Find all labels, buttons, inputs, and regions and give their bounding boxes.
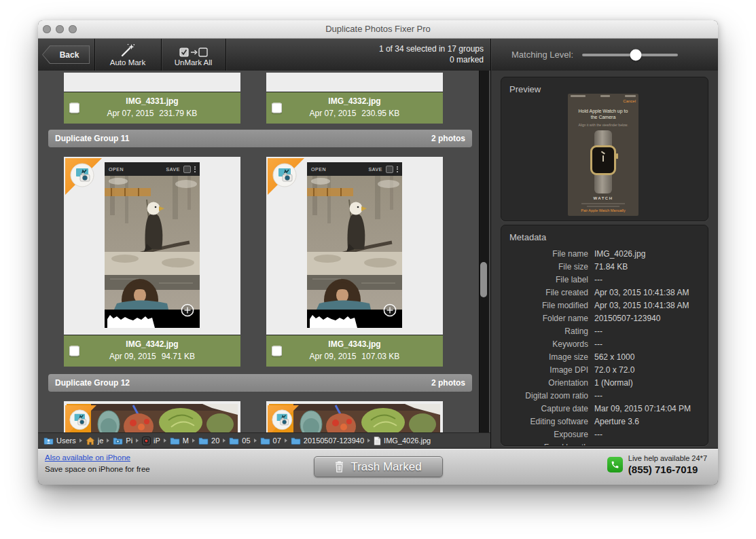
group-header: 2 photos Duplicate Group 11 xyxy=(48,130,472,147)
folder-icon xyxy=(229,436,239,445)
watch-face xyxy=(590,145,616,175)
breadcrumb-item[interactable]: Pi xyxy=(113,436,132,445)
photo-date: Apr 07, 2015 xyxy=(310,109,357,118)
live-help-phone-number: (855) 716-7019 xyxy=(628,464,707,475)
zoom-window-button[interactable] xyxy=(69,25,77,33)
phone-subtext: Align it with the viewfinder below. xyxy=(568,123,638,127)
pictures-folder-icon xyxy=(113,436,123,445)
metadata-row: Folder name20150507-123940 xyxy=(501,312,708,325)
photo-card-bottom xyxy=(64,73,240,92)
trash-marked-button[interactable]: Trash Marked xyxy=(314,456,443,477)
metadata-row: File size71.84 KB xyxy=(501,261,708,274)
unmark-all-button[interactable]: UnMark All xyxy=(161,39,226,71)
breadcrumb-item[interactable]: 20150507-123940 xyxy=(291,436,364,445)
minimize-window-button[interactable] xyxy=(56,25,64,33)
photo-cell[interactable]: OPEN SAVE xyxy=(266,157,443,367)
trash-marked-label: Trash Marked xyxy=(350,460,421,474)
plus-icon xyxy=(383,303,397,320)
metadata-row: File nameIMG_4026.jpg xyxy=(501,248,708,261)
photo-cell[interactable]: IMG_4331.jpg Apr 07, 2015 231.79 KB xyxy=(64,73,240,124)
photo-checkbox[interactable] xyxy=(272,103,282,113)
back-button[interactable]: Back xyxy=(42,45,90,64)
live-help-text: Live help available 24*7 xyxy=(628,454,707,462)
app-badge-icon xyxy=(65,405,96,432)
breadcrumb-separator-icon xyxy=(367,439,370,443)
plus-icon xyxy=(181,303,194,320)
home-icon xyxy=(86,436,95,445)
iphoto-library-icon xyxy=(142,436,151,445)
breadcrumb-separator-icon xyxy=(107,439,109,443)
overlay-export-icon xyxy=(386,166,393,173)
breadcrumb-item[interactable]: iP xyxy=(142,436,160,445)
photo-date: Apr 09, 2015 xyxy=(310,352,357,361)
trash-icon xyxy=(334,461,344,472)
photo-cell[interactable] xyxy=(266,401,443,432)
group-title: Duplicate Group 12 xyxy=(55,378,130,388)
phone-icon xyxy=(607,457,623,472)
bottom-bar: Also available on iPhone Save space on i… xyxy=(38,448,718,485)
photo-filename: IMG_4342.jpg xyxy=(64,335,240,349)
breadcrumb-item[interactable]: M xyxy=(170,436,189,445)
overlay-export-icon xyxy=(183,166,191,173)
breadcrumb-item[interactable]: je xyxy=(86,436,104,445)
overlay-save-label: SAVE xyxy=(166,167,180,172)
matching-level-control: Matching Level: xyxy=(511,39,678,71)
overlay-open-label: OPEN xyxy=(311,167,326,172)
photo-filename: IMG_4332.jpg xyxy=(266,92,443,106)
photo-checkbox[interactable] xyxy=(69,346,79,356)
live-help: Live help available 24*7 (855) 716-7019 xyxy=(607,454,707,475)
metadata-row: File modifiedApr 03, 2015 10:41:38 AM xyxy=(501,299,708,312)
magic-wand-icon xyxy=(120,43,135,57)
selection-line1: 1 of 34 selected in 17 groups xyxy=(379,44,484,55)
preview-title: Preview xyxy=(501,77,708,94)
grid-scrollbar-thumb[interactable] xyxy=(480,262,487,297)
selection-line2: 0 marked xyxy=(379,55,484,66)
breadcrumb-item[interactable]: 20 xyxy=(198,436,219,445)
metadata-row: File createdApr 03, 2015 10:41:38 AM xyxy=(501,286,708,299)
photo-cell[interactable]: IMG_4332.jpg Apr 07, 2015 230.95 KB xyxy=(266,73,443,124)
window-title: Duplicate Photos Fixer Pro xyxy=(38,20,718,38)
breadcrumb-item[interactable]: 07 xyxy=(260,436,281,445)
photo-checkbox[interactable] xyxy=(272,346,282,356)
breadcrumb-separator-icon xyxy=(192,439,195,443)
phone-headline: Hold Apple Watch up to the Camera xyxy=(568,108,638,120)
breadcrumb-item[interactable]: Users xyxy=(43,436,76,445)
unmark-all-label: UnMark All xyxy=(175,58,213,67)
photo-filename: IMG_4343.jpg xyxy=(266,335,443,349)
breadcrumb-item[interactable]: 05 xyxy=(229,436,250,445)
photo-filename: IMG_4331.jpg xyxy=(64,92,240,106)
file-icon xyxy=(374,436,381,445)
grid-scrollbar[interactable] xyxy=(479,71,489,432)
traffic-lights xyxy=(43,25,77,33)
app-window: Duplicate Photos Fixer Pro Back Auto Mar… xyxy=(38,20,718,485)
metadata-row: File label--- xyxy=(501,274,708,286)
metadata-rows: File nameIMG_4026.jpg File size71.84 KB … xyxy=(501,248,708,446)
metadata-row: Digital zoom ratio--- xyxy=(501,390,708,403)
photo-checkbox[interactable] xyxy=(69,103,79,113)
photo-cell[interactable]: OPEN SAVE xyxy=(64,157,240,367)
breadcrumb: Users je Pi iP M 20 05 xyxy=(38,432,490,448)
preview-image: Cancel Hold Apple Watch up to the Camera… xyxy=(568,94,638,216)
histogram-bar xyxy=(105,310,200,328)
iphone-promo-link[interactable]: Also available on iPhone xyxy=(45,453,150,462)
metadata-row: Orientation1 (Normal) xyxy=(501,377,708,390)
breadcrumb-separator-icon xyxy=(164,439,166,443)
close-window-button[interactable] xyxy=(43,25,51,33)
selection-summary: 1 of 34 selected in 17 groups 0 marked xyxy=(379,44,484,65)
watch-crown xyxy=(616,153,618,159)
duplicates-grid: IMG_4331.jpg Apr 07, 2015 231.79 KB IMG_… xyxy=(38,71,490,432)
folder-icon xyxy=(291,436,301,445)
matching-level-slider-thumb[interactable] xyxy=(630,49,642,60)
inspector-panel: Preview Cancel Hold Apple Watch up to th… xyxy=(490,71,718,448)
breadcrumb-item[interactable]: IMG_4026.jpg xyxy=(374,436,431,445)
iphone-promo-subtext: Save space on iPhone for free xyxy=(45,465,150,473)
auto-mark-button[interactable]: Auto Mark xyxy=(94,39,161,71)
metadata-row: Focal length xyxy=(501,441,708,446)
photo-cell[interactable] xyxy=(64,401,240,432)
app-badge-icon xyxy=(65,158,102,198)
folder-icon xyxy=(260,436,270,445)
metadata-row: Exposure--- xyxy=(501,428,708,441)
metadata-row: Rating--- xyxy=(501,325,708,338)
phone-pair-link: Pair Apple Watch Manually xyxy=(568,208,638,212)
matching-level-slider[interactable] xyxy=(582,54,678,56)
